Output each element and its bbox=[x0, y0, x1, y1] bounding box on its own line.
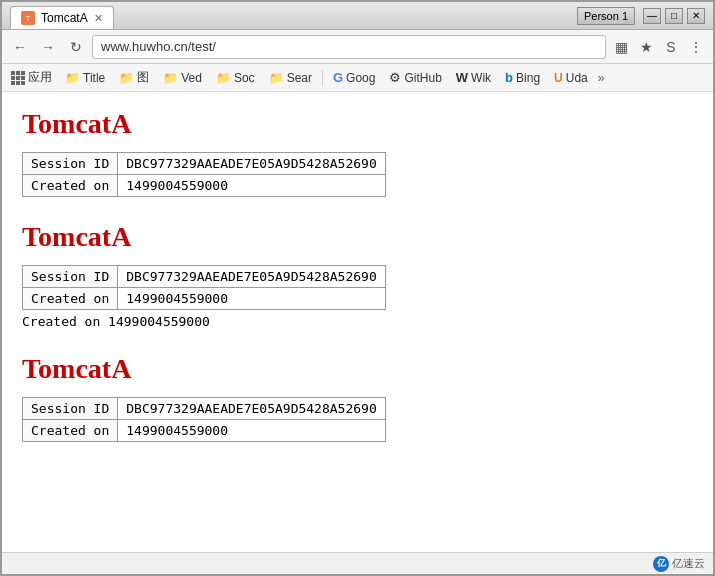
section-3-title: TomcatA bbox=[22, 353, 693, 385]
created-on-label-2: Created on bbox=[23, 288, 118, 310]
github-icon: ⚙ bbox=[389, 70, 401, 85]
refresh-button[interactable]: ↻ bbox=[64, 35, 88, 59]
back-button[interactable]: ← bbox=[8, 35, 32, 59]
folder-icon-2: 📁 bbox=[119, 71, 134, 85]
section-1-table: Session ID DBC977329AAEADE7E05A9D5428A52… bbox=[22, 152, 386, 197]
bookmark-tu[interactable]: 📁 图 bbox=[113, 67, 155, 88]
google-icon: G bbox=[333, 70, 343, 85]
folder-icon-3: 📁 bbox=[163, 71, 178, 85]
tab-title: TomcatA bbox=[41, 11, 88, 25]
tab-area: T TomcatA ✕ bbox=[10, 2, 577, 29]
created-on-label-1: Created on bbox=[23, 175, 118, 197]
bookmark-separator bbox=[322, 70, 323, 86]
tab-close-button[interactable]: ✕ bbox=[94, 12, 103, 25]
section-2-table: Session ID DBC977329AAEADE7E05A9D5428A52… bbox=[22, 265, 386, 310]
section-3: TomcatA Session ID DBC977329AAEADE7E05A9… bbox=[22, 353, 693, 442]
uda-icon: U bbox=[554, 71, 563, 85]
session-id-label-2: Session ID bbox=[23, 266, 118, 288]
bookmark-label-10: Uda bbox=[566, 71, 588, 85]
created-on-label-3: Created on bbox=[23, 420, 118, 442]
apps-label: 应用 bbox=[28, 69, 52, 86]
close-button[interactable]: ✕ bbox=[687, 8, 705, 24]
logo-icon: 亿 bbox=[653, 556, 669, 572]
folder-icon-4: 📁 bbox=[216, 71, 231, 85]
tab-icon: T bbox=[21, 11, 35, 25]
created-on-value-1: 1499004559000 bbox=[118, 175, 385, 197]
bookmark-ved[interactable]: 📁 Ved bbox=[157, 69, 208, 87]
table-row: Session ID DBC977329AAEADE7E05A9D5428A52… bbox=[23, 153, 386, 175]
apps-icon bbox=[11, 71, 25, 85]
more-bookmarks-button[interactable]: » bbox=[598, 71, 605, 85]
created-on-value-3: 1499004559000 bbox=[118, 420, 385, 442]
bookmark-label-2: 图 bbox=[137, 69, 149, 86]
section-3-table: Session ID DBC977329AAEADE7E05A9D5428A52… bbox=[22, 397, 386, 442]
table-row: Created on 1499004559000 bbox=[23, 175, 386, 197]
bookmark-label-9: Bing bbox=[516, 71, 540, 85]
table-row: Session ID DBC977329AAEADE7E05A9D5428A52… bbox=[23, 398, 386, 420]
maximize-button[interactable]: □ bbox=[665, 8, 683, 24]
extensions-button[interactable]: ▦ bbox=[610, 36, 632, 58]
nav-bar: ← → ↻ ▦ ★ S ⋮ bbox=[2, 30, 713, 64]
folder-icon: 📁 bbox=[65, 71, 80, 85]
minimize-button[interactable]: — bbox=[643, 8, 661, 24]
bookmark-title[interactable]: 📁 Title bbox=[59, 69, 111, 87]
bookmark-bing[interactable]: b Bing bbox=[499, 68, 546, 87]
created-on-value-2: 1499004559000 bbox=[118, 288, 385, 310]
bookmark-label-7: GitHub bbox=[404, 71, 441, 85]
table-row: Created on 1499004559000 bbox=[23, 288, 386, 310]
bing-icon: b bbox=[505, 70, 513, 85]
address-bar[interactable] bbox=[92, 35, 606, 59]
title-bar: T TomcatA ✕ Person 1 — □ ✕ bbox=[2, 2, 713, 30]
forward-button[interactable]: → bbox=[36, 35, 60, 59]
menu-button[interactable]: ⋮ bbox=[685, 36, 707, 58]
bookmark-sear[interactable]: 📁 Sear bbox=[263, 69, 318, 87]
nav-right-buttons: ▦ ★ S ⋮ bbox=[610, 36, 707, 58]
bookmark-label: Title bbox=[83, 71, 105, 85]
session-id-label-3: Session ID bbox=[23, 398, 118, 420]
session-id-value-1: DBC977329AAEADE7E05A9D5428A52690 bbox=[118, 153, 385, 175]
sync-button[interactable]: S bbox=[660, 36, 682, 58]
section-1-title: TomcatA bbox=[22, 108, 693, 140]
bookmark-label-3: Ved bbox=[181, 71, 202, 85]
bookmark-google[interactable]: G Goog bbox=[327, 68, 381, 87]
bookmark-label-4: Soc bbox=[234, 71, 255, 85]
page-content: TomcatA Session ID DBC977329AAEADE7E05A9… bbox=[2, 92, 713, 552]
browser-tab[interactable]: T TomcatA ✕ bbox=[10, 6, 114, 29]
status-logo: 亿 亿速云 bbox=[653, 556, 705, 572]
section-1: TomcatA Session ID DBC977329AAEADE7E05A9… bbox=[22, 108, 693, 197]
session-id-label-1: Session ID bbox=[23, 153, 118, 175]
bookmark-soc[interactable]: 📁 Soc bbox=[210, 69, 261, 87]
folder-icon-5: 📁 bbox=[269, 71, 284, 85]
window-controls: Person 1 — □ ✕ bbox=[577, 7, 705, 25]
bookmark-github[interactable]: ⚙ GitHub bbox=[383, 68, 447, 87]
section-2: TomcatA Session ID DBC977329AAEADE7E05A9… bbox=[22, 221, 693, 329]
status-bar: 亿 亿速云 bbox=[2, 552, 713, 574]
session-id-value-3: DBC977329AAEADE7E05A9D5428A52690 bbox=[118, 398, 385, 420]
section-2-created-text: Created on 1499004559000 bbox=[22, 314, 693, 329]
section-2-title: TomcatA bbox=[22, 221, 693, 253]
bookmark-label-5: Sear bbox=[287, 71, 312, 85]
bookmark-label-8: Wik bbox=[471, 71, 491, 85]
apps-bookmark[interactable]: 应用 bbox=[6, 67, 57, 88]
bookmark-label-6: Goog bbox=[346, 71, 375, 85]
bookmarks-bar: 应用 📁 Title 📁 图 📁 Ved 📁 Soc 📁 Sear G Goog… bbox=[2, 64, 713, 92]
logo-text: 亿速云 bbox=[672, 556, 705, 571]
person-button[interactable]: Person 1 bbox=[577, 7, 635, 25]
table-row: Created on 1499004559000 bbox=[23, 420, 386, 442]
bookmark-uda[interactable]: U Uda bbox=[548, 69, 594, 87]
bookmark-star-button[interactable]: ★ bbox=[635, 36, 657, 58]
session-id-value-2: DBC977329AAEADE7E05A9D5428A52690 bbox=[118, 266, 385, 288]
bookmark-wiki[interactable]: W Wik bbox=[450, 68, 497, 87]
wiki-icon: W bbox=[456, 70, 468, 85]
table-row: Session ID DBC977329AAEADE7E05A9D5428A52… bbox=[23, 266, 386, 288]
browser-window: T TomcatA ✕ Person 1 — □ ✕ ← → ↻ ▦ ★ S ⋮ bbox=[0, 0, 715, 576]
